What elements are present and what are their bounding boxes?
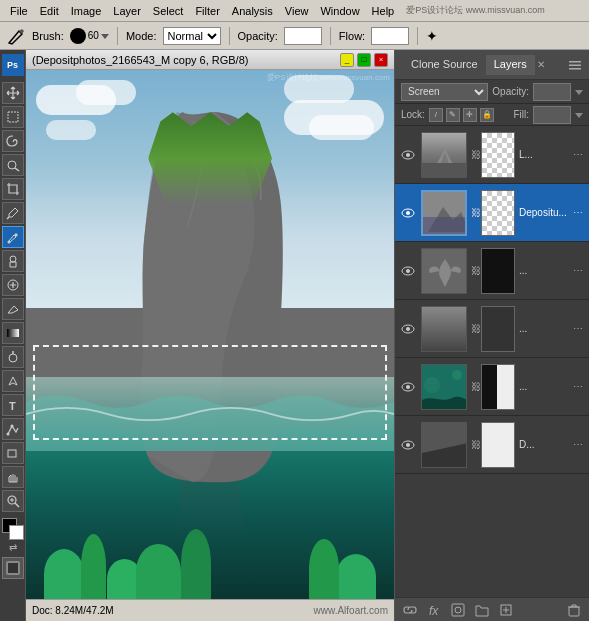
fill-value-input[interactable]: 100% (533, 106, 571, 124)
tab-layers[interactable]: Layers (486, 55, 535, 75)
panel-close-button[interactable]: ✕ (537, 59, 545, 70)
layer-more-5[interactable]: ⋯ (573, 381, 583, 392)
tool-eyedropper[interactable] (2, 202, 24, 224)
layer-eye-3[interactable] (399, 262, 417, 280)
menu-window[interactable]: Window (314, 3, 365, 19)
delete-layer-button[interactable] (565, 601, 583, 619)
right-panels: Clone Source Layers ✕ Screen Opacity: 10… (394, 50, 589, 621)
menu-view[interactable]: View (279, 3, 315, 19)
layer-thumb-3 (421, 248, 467, 294)
swap-colors-icon[interactable]: ⇄ (9, 542, 17, 553)
brush-preview[interactable]: 60 (70, 28, 109, 44)
lock-all-btn[interactable]: 🔒 (480, 108, 494, 122)
layer-row-6[interactable]: ⛓ D... ⋯ (395, 416, 589, 474)
layer-more-3[interactable]: ⋯ (573, 265, 583, 276)
svg-point-6 (10, 256, 16, 262)
layer-row-1[interactable]: ⛓ L... ⋯ (395, 126, 589, 184)
menu-filter[interactable]: Filter (189, 3, 225, 19)
tool-gradient[interactable] (2, 322, 24, 344)
layer-thumb-5 (421, 364, 467, 410)
tool-zoom[interactable] (2, 490, 24, 512)
svg-point-39 (452, 370, 462, 380)
link-layers-button[interactable] (401, 601, 419, 619)
alfoart-watermark: www.Alfoart.com (314, 605, 388, 616)
tool-marquee[interactable] (2, 106, 24, 128)
tool-heal[interactable] (2, 274, 24, 296)
layer-row-5[interactable]: ⛓ ... ⋯ (395, 358, 589, 416)
tool-type[interactable]: T (2, 394, 24, 416)
water-surface-layer (26, 377, 394, 451)
svg-point-35 (406, 327, 410, 331)
add-mask-button[interactable] (449, 601, 467, 619)
canvas-status-text: Doc: 8.24M/47.2M (32, 605, 114, 616)
tool-icon[interactable] (6, 26, 26, 46)
menu-analysis[interactable]: Analysis (226, 3, 279, 19)
workspace: Ps (0, 50, 589, 621)
mask-mode-icon[interactable] (2, 557, 24, 579)
menu-select[interactable]: Select (147, 3, 190, 19)
layer-effects-button[interactable]: fx (425, 601, 443, 619)
new-group-button[interactable] (473, 601, 491, 619)
tool-dodge[interactable] (2, 346, 24, 368)
layer-chain-6: ⛓ (471, 439, 481, 450)
close-button[interactable]: × (374, 53, 388, 67)
layer-more-4[interactable]: ⋯ (573, 323, 583, 334)
tool-path-select[interactable] (2, 418, 24, 440)
tool-eraser[interactable] (2, 298, 24, 320)
lock-position-btn[interactable]: ✛ (463, 108, 477, 122)
layer-eye-4[interactable] (399, 320, 417, 338)
lock-pixels-btn[interactable]: ✎ (446, 108, 460, 122)
left-toolbar: Ps (0, 50, 26, 621)
menu-image[interactable]: Image (65, 3, 108, 19)
panel-menu-icon[interactable] (569, 59, 581, 71)
svg-marker-0 (101, 34, 109, 39)
tool-shape[interactable] (2, 442, 24, 464)
svg-rect-21 (569, 68, 581, 70)
tab-clone-source[interactable]: Clone Source (403, 55, 486, 75)
tool-hand[interactable] (2, 466, 24, 488)
flow-input[interactable]: 100% (371, 27, 409, 45)
svg-rect-52 (569, 607, 579, 616)
layer-eye-5[interactable] (399, 378, 417, 396)
layer-row-3[interactable]: ⛓ ... ⋯ (395, 242, 589, 300)
options-bar: Brush: 60 Mode: Normal Opacity: 100% Flo… (0, 22, 589, 50)
mode-select[interactable]: Normal (163, 27, 221, 45)
layer-more-2[interactable]: ⋯ (573, 207, 583, 218)
new-layer-button[interactable] (497, 601, 515, 619)
blend-mode-select[interactable]: Screen (401, 83, 488, 101)
lock-transparent-btn[interactable]: / (429, 108, 443, 122)
ps-logo: Ps (2, 54, 24, 76)
tool-brush[interactable] (2, 226, 24, 248)
layer-more-1[interactable]: ⋯ (573, 149, 583, 160)
tool-quick-select[interactable] (2, 154, 24, 176)
foreground-color[interactable] (2, 518, 24, 540)
menu-watermark: 爱PS设计论坛 www.missvuan.com (400, 2, 551, 19)
maximize-button[interactable]: □ (357, 53, 371, 67)
layer-row-4[interactable]: ⛓ ... ⋯ (395, 300, 589, 358)
canvas-area: (Depositphotos_2166543_M copy 6, RGB/8) … (26, 50, 394, 621)
layer-more-6[interactable]: ⋯ (573, 439, 583, 450)
layer-eye-2[interactable] (399, 204, 417, 222)
menu-help[interactable]: Help (366, 3, 401, 19)
layer-mask-5 (481, 364, 515, 410)
layer-eye-1[interactable] (399, 146, 417, 164)
menu-edit[interactable]: Edit (34, 3, 65, 19)
layer-row-2[interactable]: ⛓ Depositu... ⋯ (395, 184, 589, 242)
airbrush-icon[interactable]: ✦ (426, 28, 438, 44)
tool-crop[interactable] (2, 178, 24, 200)
tool-move[interactable] (2, 82, 24, 104)
tool-pen[interactable] (2, 370, 24, 392)
svg-rect-1 (8, 112, 18, 122)
tool-lasso[interactable] (2, 130, 24, 152)
svg-point-9 (9, 354, 17, 362)
menu-layer[interactable]: Layer (107, 3, 147, 19)
opacity-value-input[interactable]: 100% (533, 83, 571, 101)
layer-eye-6[interactable] (399, 436, 417, 454)
tool-clone[interactable] (2, 250, 24, 272)
opacity-input[interactable]: 100% (284, 27, 322, 45)
brush-label: Brush: (32, 30, 64, 42)
minimize-button[interactable]: _ (340, 53, 354, 67)
blend-opacity-row: Screen Opacity: 100% (395, 80, 589, 104)
menu-file[interactable]: File (4, 3, 34, 19)
svg-point-32 (406, 269, 410, 273)
